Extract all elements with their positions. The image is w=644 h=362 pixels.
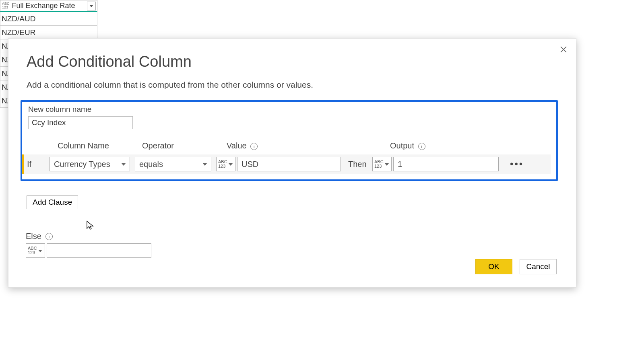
header-output: Output i xyxy=(390,141,425,150)
output-type-dropdown[interactable]: ABC 123 xyxy=(372,157,392,171)
header-operator: Operator xyxy=(142,141,227,150)
dialog-title: Add Conditional Column xyxy=(27,53,558,70)
if-label: If xyxy=(24,160,50,169)
value-input[interactable] xyxy=(237,157,341,171)
close-button[interactable] xyxy=(558,44,569,56)
dialog-subtitle: Add a conditional column that is compute… xyxy=(27,80,558,90)
else-label: Else xyxy=(26,232,41,241)
add-clause-button[interactable]: Add Clause xyxy=(27,195,78,209)
abc123-icon: ABC 123 xyxy=(28,246,37,255)
operator-value: equals xyxy=(139,160,163,169)
header-value: Value i xyxy=(227,141,380,150)
column-header-text: Full Exchange Rate xyxy=(11,2,75,10)
info-icon[interactable]: i xyxy=(250,143,258,150)
operator-dropdown[interactable]: equals xyxy=(135,157,211,171)
data-cell[interactable]: NZD/AUD xyxy=(0,12,97,26)
column-header[interactable]: ABC 123 Full Exchange Rate xyxy=(0,0,97,12)
clause-row: If Currency Types equals ABC 123 Then AB… xyxy=(22,154,551,174)
cancel-button[interactable]: Cancel xyxy=(520,259,557,274)
info-icon[interactable]: i xyxy=(45,233,53,240)
new-column-name-input[interactable] xyxy=(28,116,133,129)
output-input[interactable] xyxy=(393,157,499,171)
header-output-text: Output xyxy=(390,141,414,150)
info-icon[interactable]: i xyxy=(418,143,425,150)
close-icon xyxy=(560,46,567,53)
else-type-dropdown[interactable]: ABC 123 xyxy=(26,243,45,258)
abc123-icon: ABC 123 xyxy=(374,160,384,169)
else-value-input[interactable] xyxy=(47,243,151,258)
type-icon: ABC 123 xyxy=(1,1,11,10)
then-label: Then xyxy=(348,160,372,169)
else-section: Else i ABC 123 xyxy=(26,232,558,258)
ok-button[interactable]: OK xyxy=(475,259,512,274)
value-type-dropdown[interactable]: ABC 123 xyxy=(216,157,235,171)
new-column-label: New column name xyxy=(28,105,551,114)
conditional-column-dialog: Add Conditional Column Add a conditional… xyxy=(8,38,576,288)
more-options-button[interactable]: ••• xyxy=(508,158,526,170)
abc123-icon: ABC 123 xyxy=(218,160,227,169)
column-filter-dropdown[interactable] xyxy=(87,2,96,10)
data-cell[interactable]: NZD/EUR xyxy=(0,26,97,39)
header-column-name: Column Name xyxy=(58,141,142,150)
highlight-box: New column name Column Name Operator Val… xyxy=(21,100,558,181)
column-name-dropdown[interactable]: Currency Types xyxy=(50,157,130,171)
header-value-text: Value xyxy=(227,141,247,150)
chevron-down-icon xyxy=(89,5,93,7)
mouse-cursor-icon xyxy=(86,220,95,231)
column-name-value: Currency Types xyxy=(54,160,110,169)
